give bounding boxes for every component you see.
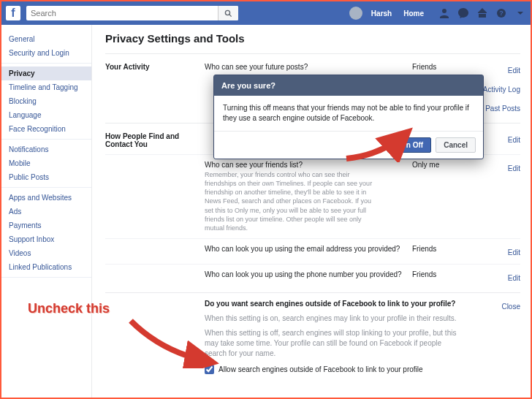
cancel-button[interactable]: Cancel xyxy=(436,137,476,153)
confirm-dialog: Are you sure? Turning this off means tha… xyxy=(213,75,484,159)
sidebar-item-general[interactable]: General xyxy=(1,32,91,46)
sidebar-item-timeline-and-tagging[interactable]: Timeline and Tagging xyxy=(1,80,91,94)
svg-text:?: ? xyxy=(499,10,503,17)
top-navbar: f Harsh Home ? xyxy=(1,1,531,25)
edit-link[interactable]: Edit xyxy=(508,136,520,144)
sidebar-item-mobile[interactable]: Mobile xyxy=(1,156,91,170)
help-icon[interactable]: ? xyxy=(495,7,507,19)
search-engines-checkbox-row[interactable]: Allow search engines outside of Facebook… xyxy=(205,365,462,375)
close-search-engines[interactable]: Close xyxy=(501,303,520,311)
sidebar-item-notifications[interactable]: Notifications xyxy=(1,142,91,156)
edit-future-posts[interactable]: Edit xyxy=(508,66,520,75)
setting-value: Only me xyxy=(412,161,456,232)
search-icon xyxy=(224,10,232,18)
svg-point-0 xyxy=(225,10,229,15)
section-label-activity: Your Activity xyxy=(105,63,199,76)
setting-value: Friends xyxy=(412,245,456,258)
svg-line-1 xyxy=(229,14,232,16)
setting-text: Who can look you up using the phone numb… xyxy=(205,270,406,278)
sidebar-item-face-recognition[interactable]: Face Recognition xyxy=(1,122,91,136)
facebook-logo-icon[interactable]: f xyxy=(6,6,20,20)
dropdown-icon[interactable] xyxy=(514,7,526,19)
setting-desc: Remember, your friends control who can s… xyxy=(205,170,380,232)
annotation-text: Uncheck this xyxy=(28,301,110,316)
edit-link[interactable]: Edit xyxy=(508,248,520,256)
setting-value: Friends xyxy=(412,270,456,284)
page-title: Privacy Settings and Tools xyxy=(105,32,520,45)
sidebar-item-ads[interactable]: Ads xyxy=(1,205,91,218)
sidebar-item-privacy[interactable]: Privacy xyxy=(1,66,91,80)
dialog-title: Are you sure? xyxy=(214,75,483,96)
settings-sidebar: GeneralSecurity and LoginPrivacyTimeline… xyxy=(1,25,92,398)
search-button[interactable] xyxy=(218,6,238,20)
friend-requests-icon[interactable] xyxy=(438,7,450,19)
sidebar-item-blocking[interactable]: Blocking xyxy=(1,94,91,108)
sidebar-item-linked-publications[interactable]: Linked Publications xyxy=(1,260,91,274)
sidebar-item-language[interactable]: Language xyxy=(1,108,91,122)
sidebar-item-payments[interactable]: Payments xyxy=(1,218,91,232)
search-container xyxy=(26,6,238,20)
sidebar-item-public-posts[interactable]: Public Posts xyxy=(1,170,91,184)
edit-link[interactable]: Edit xyxy=(508,274,520,282)
search-engines-checkbox[interactable] xyxy=(205,365,214,374)
section-label-contact: How People Find and Contact You xyxy=(105,132,199,148)
sidebar-item-apps-and-websites[interactable]: Apps and Websites xyxy=(1,191,91,205)
turn-off-button[interactable]: Turn Off xyxy=(387,137,432,153)
edit-link[interactable]: Edit xyxy=(508,164,520,172)
sidebar-item-support-inbox[interactable]: Support Inbox xyxy=(1,232,91,246)
search-input[interactable] xyxy=(26,9,218,18)
profile-link[interactable]: Harsh xyxy=(371,10,392,18)
search-engines-question: Do you want search engines outside of Fa… xyxy=(205,299,462,309)
home-link[interactable]: Home xyxy=(403,10,424,18)
avatar[interactable] xyxy=(349,7,362,20)
dialog-body: Turning this off means that your friends… xyxy=(214,96,483,131)
search-engines-checkbox-label: Allow search engines outside of Facebook… xyxy=(218,365,423,375)
search-engines-on-text: When this setting is on, search engines … xyxy=(205,314,462,324)
messenger-icon[interactable] xyxy=(457,7,469,19)
setting-text: Who can look you up using the email addr… xyxy=(205,245,406,253)
notifications-icon[interactable] xyxy=(476,7,488,19)
sidebar-item-videos[interactable]: Videos xyxy=(1,246,91,260)
setting-text: Who can see your friends list? xyxy=(205,161,406,169)
search-engines-off-text: When this setting is off, search engines… xyxy=(205,328,462,359)
sidebar-item-security-and-login[interactable]: Security and Login xyxy=(1,46,91,60)
